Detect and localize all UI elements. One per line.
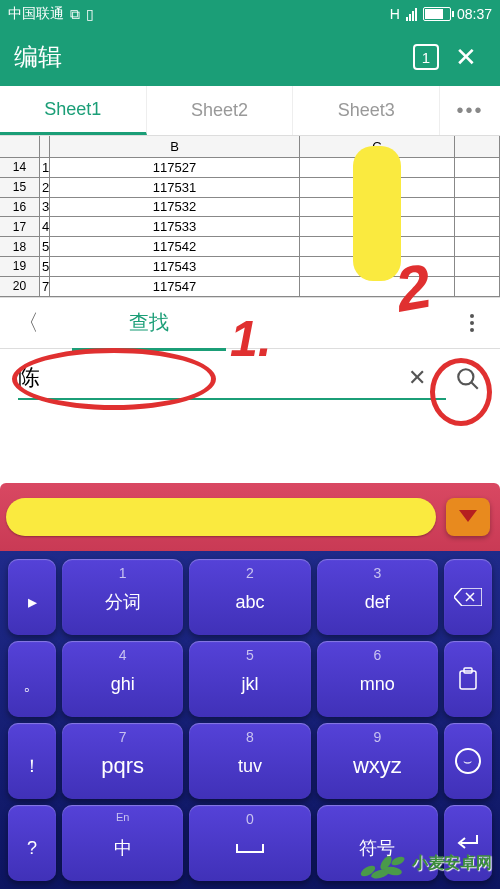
cell[interactable]: 5: [40, 237, 50, 256]
page-title: 编辑: [14, 41, 406, 73]
cell[interactable]: 吴: [300, 198, 455, 217]
cell[interactable]: 117547: [50, 277, 300, 296]
cell[interactable]: 117542: [50, 237, 300, 256]
find-back-button[interactable]: 〈: [8, 308, 48, 338]
keyboard: ▸1分词2abc3def。4ghi5jkl6mno！7pqrs8tuv9wxyz…: [0, 483, 500, 889]
keyboard-key[interactable]: 6mno: [317, 641, 438, 717]
cell[interactable]: 石: [300, 257, 455, 276]
cell[interactable]: 117527: [50, 158, 300, 177]
cell[interactable]: [455, 217, 500, 236]
carrier-label: 中国联通: [8, 5, 64, 23]
svg-marker-2: [459, 510, 477, 522]
row-header[interactable]: 17: [0, 217, 40, 236]
search-row: ✕: [0, 349, 500, 409]
row-header[interactable]: 18: [0, 237, 40, 256]
keyboard-key[interactable]: 。: [8, 641, 56, 717]
search-input[interactable]: [18, 365, 408, 391]
battery-icon: [423, 7, 451, 21]
svg-line-1: [471, 382, 478, 389]
search-icon: [455, 366, 481, 392]
sheets-count-button[interactable]: 1: [406, 37, 446, 77]
network-type: H: [390, 6, 400, 22]
table-row[interactable]: 17 4 117533 黄: [0, 217, 500, 237]
column-headers: B C: [0, 136, 500, 158]
space-icon: [235, 840, 265, 858]
table-row[interactable]: 15 2 117531 黄: [0, 178, 500, 198]
keyboard-key[interactable]: 8tuv: [189, 723, 310, 799]
cell[interactable]: 117533: [50, 217, 300, 236]
chevron-down-icon: [459, 510, 477, 524]
row-header[interactable]: 16: [0, 198, 40, 217]
keyboard-key[interactable]: [444, 641, 492, 717]
keyboard-key[interactable]: 2abc: [189, 559, 310, 635]
watermark-flower-icon: [358, 846, 408, 881]
candidate-expand-button[interactable]: [446, 498, 490, 536]
row-header[interactable]: 20: [0, 277, 40, 296]
cell[interactable]: 3: [40, 198, 50, 217]
keyboard-key[interactable]: 4ghi: [62, 641, 183, 717]
cell[interactable]: [455, 198, 500, 217]
keyboard-key[interactable]: 5jkl: [189, 641, 310, 717]
svg-point-0: [458, 369, 473, 384]
cell[interactable]: 117531: [50, 178, 300, 197]
cell[interactable]: 5: [40, 257, 50, 276]
close-icon[interactable]: ✕: [446, 37, 486, 77]
keyboard-key[interactable]: [444, 559, 492, 635]
table-row[interactable]: 14 1 117527: [0, 158, 500, 178]
search-button[interactable]: [446, 357, 490, 401]
cell[interactable]: 7: [40, 277, 50, 296]
candidate-strip[interactable]: [6, 498, 436, 536]
keyboard-key[interactable]: ！: [8, 723, 56, 799]
cell[interactable]: 1: [40, 158, 50, 177]
row-header[interactable]: 15: [0, 178, 40, 197]
cell[interactable]: 117543: [50, 257, 300, 276]
svg-point-9: [390, 855, 406, 867]
table-row[interactable]: 20 7 117547: [0, 277, 500, 297]
keyboard-key[interactable]: 9wxyz: [317, 723, 438, 799]
keyboard-key[interactable]: ▸: [8, 559, 56, 635]
keyboard-key[interactable]: 3def: [317, 559, 438, 635]
spreadsheet[interactable]: B C 14 1 117527 15 2 117531 黄 16 3 11753…: [0, 136, 500, 297]
table-row[interactable]: 19 5 117543 石: [0, 257, 500, 277]
keyboard-key[interactable]: 0: [189, 805, 310, 881]
cell[interactable]: 黄: [300, 178, 455, 197]
cell[interactable]: 符: [300, 237, 455, 256]
sheet-tabs: Sheet1 Sheet2 Sheet3 •••: [0, 86, 500, 136]
candidate-bar: [0, 483, 500, 551]
find-more-button[interactable]: [452, 314, 492, 332]
cell[interactable]: [455, 178, 500, 197]
cell[interactable]: 黄: [300, 217, 455, 236]
table-row[interactable]: 16 3 117532 吴: [0, 198, 500, 218]
col-header-b[interactable]: B: [50, 136, 300, 157]
find-tab[interactable]: 查找: [48, 309, 250, 336]
cell[interactable]: [455, 257, 500, 276]
keyboard-key[interactable]: 1分词: [62, 559, 183, 635]
clear-icon[interactable]: ✕: [408, 365, 446, 391]
cell[interactable]: [455, 158, 500, 177]
cell[interactable]: [300, 277, 455, 296]
cell[interactable]: [300, 158, 455, 177]
clipboard-icon: [456, 667, 480, 691]
keyboard-key[interactable]: En中: [62, 805, 183, 881]
app-bar: 编辑 1 ✕: [0, 28, 500, 86]
signal-icon: [406, 8, 417, 21]
watermark: 小麦安卓网: [358, 846, 492, 881]
keyboard-key[interactable]: ⌣: [444, 723, 492, 799]
tabs-more-button[interactable]: •••: [440, 86, 500, 135]
cell[interactable]: 117532: [50, 198, 300, 217]
keyboard-key[interactable]: 7pqrs: [62, 723, 183, 799]
col-header-c[interactable]: C: [300, 136, 455, 157]
row-header[interactable]: 14: [0, 158, 40, 177]
cell[interactable]: [455, 237, 500, 256]
sim-icon: ⧉: [70, 6, 80, 23]
tab-sheet2[interactable]: Sheet2: [147, 86, 294, 135]
keyboard-key[interactable]: ?: [8, 805, 56, 881]
cell[interactable]: 4: [40, 217, 50, 236]
cell[interactable]: 2: [40, 178, 50, 197]
table-row[interactable]: 18 5 117542 符: [0, 237, 500, 257]
emoji-icon: ⌣: [455, 748, 481, 774]
tab-sheet3[interactable]: Sheet3: [293, 86, 440, 135]
tab-sheet1[interactable]: Sheet1: [0, 86, 147, 135]
cell[interactable]: [455, 277, 500, 296]
row-header[interactable]: 19: [0, 257, 40, 276]
